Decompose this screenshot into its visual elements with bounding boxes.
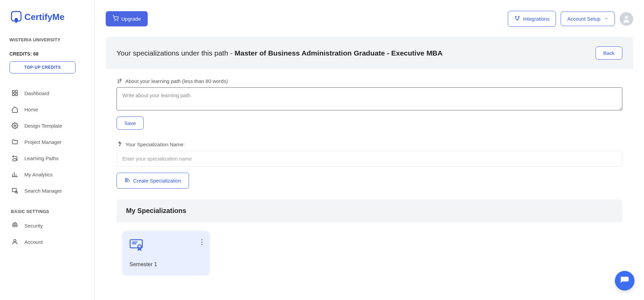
svg-point-22 — [201, 239, 202, 240]
search-manager-icon — [12, 187, 18, 194]
books-icon — [124, 177, 130, 184]
dashboard-icon — [12, 90, 18, 97]
specializations-panel: Your specializations under this path - M… — [106, 37, 633, 293]
nav-label: Search Manager — [24, 188, 62, 194]
svg-rect-4 — [13, 94, 15, 96]
avatar[interactable] — [620, 12, 633, 26]
nav-label: Home — [24, 107, 38, 112]
svg-point-24 — [201, 244, 202, 245]
nav-learning-paths[interactable]: Learning Paths — [9, 150, 88, 166]
svg-point-23 — [201, 241, 202, 242]
save-button[interactable]: Save — [117, 116, 144, 130]
back-button[interactable]: Back — [596, 46, 622, 60]
svg-rect-3 — [16, 91, 18, 93]
svg-rect-5 — [16, 94, 18, 96]
my-specs-title: My Specializations — [117, 199, 622, 222]
nav-label: My Analytics — [24, 172, 53, 177]
spec-name-label-text: Your Specialization Name: — [125, 142, 185, 147]
nav-design-template[interactable]: Design Template — [9, 117, 88, 134]
nav-search-manager[interactable]: Search Manager — [9, 183, 88, 199]
chat-fab[interactable] — [615, 271, 635, 291]
svg-point-8 — [16, 159, 17, 160]
nav-label: Account — [24, 239, 43, 245]
panel-title: Your specializations under this path - M… — [117, 49, 442, 57]
specialization-card[interactable]: Semester 1 — [122, 231, 210, 276]
folder-icon — [12, 138, 18, 145]
card-menu-button[interactable] — [201, 239, 203, 245]
my-specializations-panel: My Specializations — [117, 199, 622, 284]
design-icon — [12, 122, 18, 129]
create-specialization-button[interactable]: Create Specialization — [117, 173, 189, 189]
cart-icon — [112, 15, 119, 22]
nav-label: Security — [24, 223, 43, 229]
card-title: Semester 1 — [129, 261, 203, 267]
nav-dashboard[interactable]: Dashboard — [9, 85, 88, 101]
nav-label: Dashboard — [24, 90, 49, 96]
account-setup-label: Account Setup — [567, 16, 600, 22]
chevron-down-icon — [604, 16, 608, 22]
nav-account[interactable]: Account — [9, 234, 88, 250]
nav-project-manager[interactable]: Project Manager — [9, 134, 88, 150]
about-label-text: About your learning path (less than 80 w… — [125, 78, 228, 84]
integrations-label: Integrations — [523, 16, 549, 22]
nav-my-analytics[interactable]: My Analytics — [9, 166, 88, 183]
svg-point-15 — [518, 16, 519, 17]
spec-name-input[interactable] — [117, 151, 622, 167]
microscope-icon — [117, 141, 123, 147]
svg-point-6 — [14, 125, 16, 127]
about-textarea[interactable] — [117, 87, 622, 110]
about-icon — [117, 78, 123, 84]
basic-settings-title: BASIC SETTINGS — [11, 209, 88, 214]
upgrade-label: Upgrade — [121, 16, 141, 22]
svg-point-12 — [115, 20, 115, 21]
svg-point-14 — [515, 16, 516, 17]
sidebar: CertifyMe WISTERIA UNIVERSITY CREDITS: 6… — [0, 0, 95, 300]
svg-rect-2 — [13, 91, 15, 93]
nav-label: Learning Paths — [24, 155, 59, 161]
svg-point-7 — [13, 156, 14, 157]
certificate-icon — [129, 239, 143, 253]
integrations-button[interactable]: Integrations — [508, 11, 556, 27]
nav-home[interactable]: Home — [9, 101, 88, 117]
user-icon — [12, 238, 18, 245]
fingerprint-icon — [12, 222, 18, 229]
nav-label: Design Template — [24, 123, 62, 129]
account-setup-button[interactable]: Account Setup — [561, 12, 615, 26]
svg-point-17 — [625, 16, 628, 19]
svg-point-1 — [15, 18, 18, 21]
main-nav: Dashboard Home Design Template Project M… — [9, 85, 88, 199]
path-icon — [12, 155, 18, 162]
home-icon — [12, 106, 18, 113]
upgrade-button[interactable]: Upgrade — [106, 11, 148, 26]
svg-point-13 — [117, 20, 118, 21]
about-label: About your learning path (less than 80 w… — [117, 78, 622, 84]
panel-header: Your specializations under this path - M… — [106, 37, 633, 69]
topbar: Upgrade Integrations Account Setup — [95, 0, 644, 30]
basic-nav: Security Account — [9, 217, 88, 250]
nav-security[interactable]: Security — [9, 217, 88, 234]
integrations-icon — [514, 15, 520, 22]
brand-name: CertifyMe — [24, 12, 64, 22]
svg-point-16 — [517, 19, 518, 20]
panel-title-prefix: Your specializations under this path - — [117, 49, 234, 57]
create-spec-label: Create Specialization — [133, 178, 181, 184]
org-name: WISTERIA UNIVERSITY — [9, 37, 88, 42]
brand-icon — [9, 10, 23, 24]
brand-logo[interactable]: CertifyMe — [9, 10, 88, 24]
spec-name-label: Your Specialization Name: — [117, 141, 622, 147]
panel-title-bold: Master of Business Administration Gradua… — [234, 49, 442, 57]
svg-point-10 — [16, 191, 17, 193]
credits-label: CREDITS: 68 — [9, 51, 88, 57]
topup-credits-button[interactable]: TOP-UP CREDITS — [9, 61, 76, 73]
nav-label: Project Manager — [24, 139, 62, 145]
svg-point-11 — [14, 239, 16, 242]
analytics-icon — [12, 171, 18, 178]
